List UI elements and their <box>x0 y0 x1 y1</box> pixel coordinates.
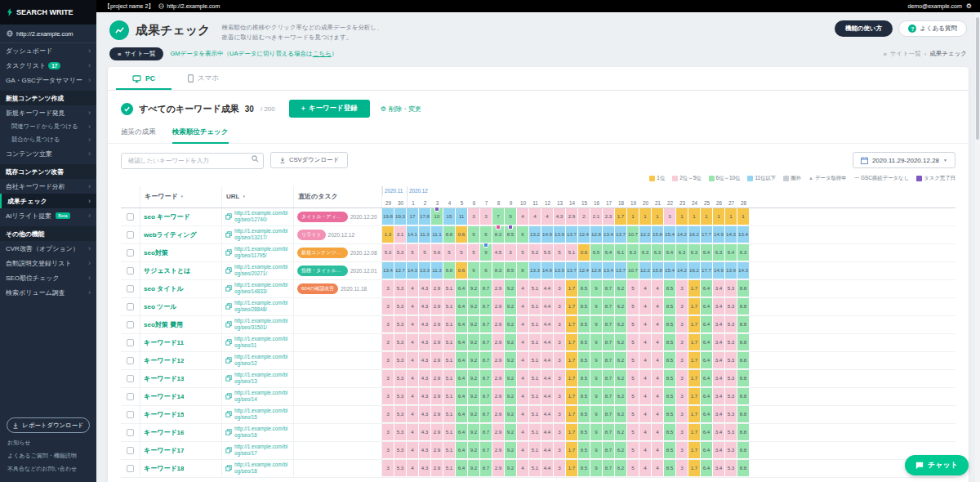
day-header: 17 <box>603 195 615 208</box>
keyword-link[interactable]: キーワード13 <box>144 374 184 383</box>
keyword-link[interactable]: seo対策 費用 <box>144 320 183 329</box>
row-checkbox[interactable] <box>127 249 134 257</box>
row-checkbox[interactable] <box>127 411 134 418</box>
column-header-keyword[interactable]: キーワード▼ <box>140 186 222 208</box>
keyword-link[interactable]: seo ツール <box>144 302 176 311</box>
faq-button[interactable]: ? よくある質問 <box>898 20 967 37</box>
rank-cell: 6.4 <box>456 334 468 351</box>
row-checkbox[interactable] <box>127 231 134 239</box>
breadcrumb-site-list[interactable]: サイト一覧 <box>890 50 921 58</box>
url-link[interactable]: http://1.example.com/blog/seo/28848/ <box>234 300 290 313</box>
row-checkbox[interactable] <box>127 429 134 436</box>
task-complete-marker <box>483 243 488 248</box>
row-checkbox[interactable] <box>127 465 134 472</box>
row-checkbox[interactable] <box>127 285 134 292</box>
switch-ua-link[interactable]: こちら <box>313 50 332 57</box>
settings-gear-icon[interactable]: ⚙ <box>966 2 972 10</box>
subtab-measure-results[interactable]: 施策の成果 <box>121 127 156 144</box>
tab-smartphone[interactable]: スマホ <box>172 67 235 90</box>
keyword-link[interactable]: キーワード17 <box>144 446 184 455</box>
keyword-search-input[interactable] <box>121 153 264 169</box>
sidebar-item[interactable]: 関連ワードから見つける› <box>0 120 96 133</box>
keyword-link[interactable]: webライティング <box>144 230 197 239</box>
keyword-link[interactable]: キーワード18 <box>144 464 184 473</box>
rank-cell: 13.7 <box>615 262 627 279</box>
register-keyword-button[interactable]: + キーワード登録 <box>289 100 370 118</box>
url-link[interactable]: http://1.example.com/blog/seo/13217/ <box>234 228 290 241</box>
row-checkbox[interactable] <box>127 375 134 382</box>
search-icon[interactable] <box>252 155 259 163</box>
keyword-link[interactable]: キーワード15 <box>144 410 184 419</box>
howto-button[interactable]: 機能の使い方 <box>835 20 893 37</box>
keyword-link[interactable]: seo キーワード <box>144 212 190 221</box>
sidebar-item[interactable]: GA・GSCデータサマリー› <box>0 73 96 87</box>
url-link[interactable]: http://1.example.com/blog/seo/13 <box>234 372 290 385</box>
url-link[interactable]: http://1.example.com/blog/seo/12 <box>234 354 290 367</box>
sidebar-item[interactable]: 自動説明文登録リスト› <box>0 256 96 270</box>
column-header-url[interactable]: URL▼ <box>222 186 294 208</box>
sidebar-item[interactable]: AIリライト提案Beta› <box>0 208 96 223</box>
keyword-link[interactable]: キーワード16 <box>144 428 184 437</box>
row-checkbox[interactable] <box>127 447 134 454</box>
tab-pc[interactable]: PC <box>116 67 172 90</box>
rank-cell: 5.1 <box>443 334 456 351</box>
url-link[interactable]: http://1.example.com/blog/seo/16 <box>234 426 290 439</box>
rank-cell: 8.5 <box>505 226 517 243</box>
row-checkbox[interactable] <box>127 357 134 364</box>
rank-cell: 14.1 <box>407 226 419 243</box>
url-link[interactable]: http://1.example.com/blog/seo/20271/ <box>234 264 290 277</box>
row-checkbox[interactable] <box>127 321 134 328</box>
edit-delete-link[interactable]: ⚙ 削除・変更 <box>381 105 421 114</box>
rank-color-swatch <box>747 176 753 181</box>
url-link[interactable]: http://1.example.com/blog/seo/17 <box>234 444 290 457</box>
sidebar-footer-link[interactable]: 不具合などのお問い合わせ <box>0 462 96 475</box>
date-range-picker[interactable]: 2020.11.29-2020.12.28 ▼ <box>853 152 956 168</box>
sidebar-item[interactable]: コンテンツ立案› <box>0 146 96 161</box>
sidebar-item[interactable]: タスクリスト17› <box>0 58 96 73</box>
csv-download-button[interactable]: CSVダウンロード <box>270 152 348 168</box>
sidebar-footer-link[interactable]: よくあるご質問・機能説明 <box>0 449 96 462</box>
sidebar-item[interactable]: SEO順位チェック› <box>0 270 96 285</box>
sidebar-site-selector[interactable]: http://2.example.com <box>0 25 96 43</box>
sidebar-item[interactable]: 成果チェック› <box>0 194 96 208</box>
rank-cell: 4.4 <box>541 316 554 333</box>
keyword-link[interactable]: キーワード12 <box>144 356 184 365</box>
sidebar-item[interactable]: 自社キーワード分析› <box>0 179 96 194</box>
scrollbar-track[interactable] <box>975 12 980 482</box>
sidebar-item[interactable]: CVR改善（オプション）› <box>0 241 96 256</box>
url-link[interactable]: http://1.example.com/blog/seo/12740/ <box>234 210 290 223</box>
report-download-button[interactable]: レポートダウンロード <box>7 417 90 433</box>
keyword-link[interactable]: seo対策 <box>144 248 168 257</box>
row-checkbox[interactable] <box>127 303 134 310</box>
rank-cell: 4.3 <box>419 298 431 315</box>
row-checkbox[interactable] <box>127 213 134 221</box>
sidebar-item-label: タスクリスト <box>6 61 46 70</box>
keyword-link[interactable]: キーワード11 <box>144 338 184 347</box>
scrollbar-thumb[interactable] <box>976 17 979 140</box>
keyword-link[interactable]: サジェストとは <box>144 266 190 275</box>
url-link[interactable]: http://1.example.com/blog/seo/14833/ <box>234 282 290 295</box>
url-link[interactable]: http://1.example.com/blog/seo/11795/ <box>234 246 290 259</box>
url-link[interactable]: http://1.example.com/blog/seo/18 <box>234 462 290 475</box>
site-list-button[interactable]: ≡ サイト一覧 <box>109 47 163 60</box>
rank-cell: 2.3 <box>603 208 615 225</box>
task-cell <box>294 406 382 423</box>
row-checkbox[interactable] <box>127 393 134 400</box>
sidebar-item[interactable]: 新規キーワード発見› <box>0 105 96 120</box>
row-checkbox[interactable] <box>127 339 134 346</box>
sidebar-item[interactable]: 検索ボリューム調査› <box>0 285 96 300</box>
chat-button[interactable]: チャット <box>905 455 969 475</box>
table-row: キーワード18http://1.example.com/blog/seo/183… <box>121 460 956 478</box>
keyword-link[interactable]: seo タイトル <box>144 284 184 293</box>
subtab-rank-check[interactable]: 検索順位チェック <box>172 127 229 144</box>
url-link[interactable]: http://1.example.com/blog/seo/14 <box>234 390 290 403</box>
keyword-link[interactable]: キーワード14 <box>144 392 184 401</box>
sidebar-item[interactable]: ダッシュボード› <box>0 43 96 58</box>
legend-label: 6位～10位 <box>716 175 741 182</box>
url-link[interactable]: http://1.example.com/blog/seo/15 <box>234 408 290 421</box>
sidebar-item[interactable]: 競合から見つける› <box>0 133 96 146</box>
sidebar-footer-link[interactable]: お知らせ <box>0 436 96 449</box>
row-checkbox[interactable] <box>127 267 134 274</box>
url-link[interactable]: http://1.example.com/blog/seo/31501/ <box>234 318 290 331</box>
url-link[interactable]: http://1.example.com/blog/seo/11 <box>234 336 290 349</box>
